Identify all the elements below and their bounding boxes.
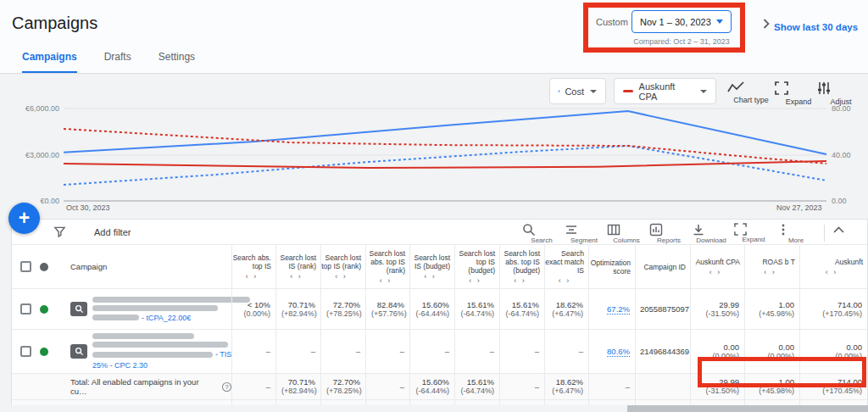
metric-value: 0.00 — [696, 342, 739, 352]
metric-picker-cost-label: Cost — [565, 86, 584, 97]
metric-delta: (-31.50%) — [696, 387, 739, 396]
column-header-7[interactable]: Search lost abs. top IS (budget)‹ › — [499, 245, 544, 288]
metric-value: 18.62% — [550, 300, 583, 309]
chart-expand-button[interactable]: Expand — [775, 81, 822, 106]
optimization-score-link[interactable]: 80.6% — [607, 347, 630, 357]
metric-cell: 714.00(+170.45%) — [799, 289, 867, 329]
compare-arrows-icon[interactable]: ‹ › — [366, 276, 405, 285]
filter-funnel-icon[interactable] — [53, 225, 66, 238]
optimization-score-link[interactable]: 67.2% — [607, 304, 630, 315]
row-checkbox[interactable] — [20, 303, 31, 315]
chart-type-button[interactable]: Chart type — [727, 81, 775, 104]
compare-arrows-icon[interactable]: ‹ › — [410, 272, 450, 281]
toolbar-label: Segment — [565, 237, 604, 244]
column-header-5[interactable]: Search lost IS (budget)‹ › — [409, 245, 454, 288]
metric-cell: 18.62%(+6.47%) — [544, 289, 588, 329]
metric-picker-cost[interactable]: Cost — [549, 78, 606, 104]
compare-arrows-icon[interactable]: ‹ › — [232, 272, 271, 281]
metric-delta: (+170.45%) — [805, 387, 862, 396]
toolbar-segment-button[interactable]: Segment — [565, 221, 604, 244]
toolbar-label: Expand — [734, 236, 773, 243]
total-metric-cell: – — [231, 374, 275, 399]
chevron-down-icon — [716, 19, 723, 24]
compare-arrows-icon[interactable]: ‹ › — [545, 276, 584, 285]
tab-settings[interactable]: Settings — [159, 51, 195, 73]
right-axis-tick-0: 0.00 — [832, 197, 847, 205]
column-header-12[interactable]: ROAS b T‹ › — [744, 245, 799, 288]
right-axis-tick-80: 80.00 — [832, 104, 851, 113]
compare-arrows-icon[interactable]: ‹ › — [321, 272, 361, 281]
campaign-name-link[interactable]: - tCPA_22.00€ — [142, 314, 191, 322]
compare-arrows-icon[interactable]: ‹ › — [455, 276, 495, 285]
metric-value: 29.99 — [696, 300, 739, 309]
campaign-name-link[interactable]: - TIS — [215, 350, 231, 359]
help-icon[interactable]: ? — [222, 382, 231, 392]
add-campaign-button[interactable]: + — [8, 203, 40, 234]
toolbar-columns-button[interactable]: Columns — [607, 221, 646, 244]
compare-arrows-icon[interactable]: ‹ › — [691, 268, 740, 276]
column-header-11[interactable]: Auskunft CPA‹ › — [690, 245, 744, 288]
empty-value: – — [371, 382, 404, 392]
column-header-label: Campaign ID — [636, 263, 686, 271]
campaign-name-cell[interactable]: - TIS25% - CPC 2.30 — [62, 330, 231, 373]
tab-bar: Campaigns Drafts Settings — [22, 51, 195, 73]
metric-delta: (-64.44%) — [415, 309, 449, 319]
compare-arrows-icon[interactable]: ‹ › — [745, 268, 795, 276]
collapse-table-button[interactable] — [833, 221, 855, 233]
toolbar-reports-button[interactable]: Reports — [649, 221, 688, 244]
total-metric-cell: 70.71%(+82.94%) — [275, 374, 320, 399]
column-header-3[interactable]: Search lost top IS (rank)‹ › — [320, 245, 365, 288]
status-enabled-dot — [40, 305, 48, 314]
campaign-name-cell[interactable]: - tCPA_22.00€ — [62, 289, 231, 329]
row-checkbox[interactable] — [20, 346, 31, 357]
metric-value: 15.61% — [460, 300, 494, 309]
toolbar-label: Reports — [649, 237, 688, 244]
metric-cell: 1.00(+45.98%) — [744, 289, 799, 329]
metric-cell: – — [275, 330, 320, 373]
next-date-range-button[interactable] — [758, 15, 775, 32]
column-header-2[interactable]: Search lost IS (rank)‹ › — [275, 245, 320, 288]
toolbar-search-button[interactable]: Search — [522, 221, 561, 244]
search-campaign-badge — [70, 302, 87, 316]
horizontal-scrollbar-thumb[interactable] — [627, 405, 868, 412]
metric-picker-cpa[interactable]: Auskunft CPA — [614, 78, 716, 104]
reports-icon — [649, 223, 688, 237]
tab-campaigns[interactable]: Campaigns — [22, 51, 77, 73]
column-header-9[interactable]: Optimization score — [588, 245, 635, 288]
search-campaign-badge — [70, 344, 87, 359]
chevron-down-icon — [700, 90, 707, 93]
total-metric-cell: – — [588, 374, 635, 399]
column-header-10[interactable]: Campaign ID — [635, 245, 690, 288]
chart-adjust-button[interactable]: Adjust — [817, 81, 865, 106]
tab-drafts[interactable]: Drafts — [104, 51, 131, 73]
metric-value: 1.00 — [750, 377, 794, 387]
total-row-label: Total: All enabled campaigns in your cu…… — [12, 374, 231, 399]
column-header-8[interactable]: Search exact match IS‹ › — [544, 245, 588, 288]
metric-value: 15.61% — [460, 377, 494, 387]
select-all-checkbox[interactable] — [20, 261, 31, 272]
campaign-name-link[interactable]: 25% - CPC 2.30 — [92, 361, 147, 370]
row-status-cell — [40, 289, 62, 329]
compare-arrows-icon[interactable]: ‹ › — [500, 276, 540, 285]
toolbar-divider — [824, 225, 825, 242]
column-header-1[interactable]: Search abs. top IS‹ › — [231, 245, 275, 288]
metric-delta: (0.00%) — [237, 309, 270, 319]
show-last-30-days-link[interactable]: Show last 30 days — [774, 22, 858, 32]
column-header-4[interactable]: Search lost abs. top IS (rank)‹ › — [365, 245, 409, 288]
row-select-cell — [12, 330, 40, 373]
column-header-6[interactable]: Search lost top IS (budget)‹ › — [454, 245, 499, 288]
toolbar-download-button[interactable]: Download — [692, 221, 731, 244]
metric-value: 70.71% — [281, 377, 315, 387]
column-header-campaign[interactable]: Campaign — [62, 245, 231, 288]
compare-arrows-icon[interactable]: ‹ › — [276, 272, 316, 281]
toolbar-expand-button[interactable]: Expand — [734, 221, 773, 243]
metric-cell: 15.60%(-64.44%) — [409, 289, 454, 329]
metric-delta: (-31.50%) — [696, 309, 739, 319]
status-filter-icon[interactable] — [40, 263, 48, 271]
table-header-row: CampaignSearch abs. top IS‹ ›Search lost… — [12, 245, 867, 289]
column-header-13[interactable]: Auskunft‹ › — [799, 245, 867, 288]
compare-arrows-icon[interactable]: ‹ › — [800, 268, 863, 276]
add-filter-button[interactable]: Add filter — [94, 227, 131, 237]
toolbar-more-button[interactable]: More — [776, 221, 815, 244]
date-range-dropdown[interactable]: Nov 1 – 30, 2023 — [632, 10, 732, 33]
